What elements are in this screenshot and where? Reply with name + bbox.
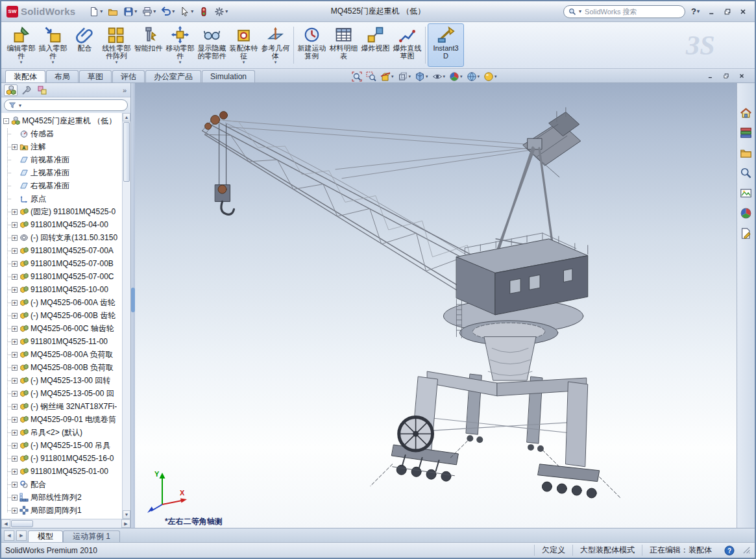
tree-item[interactable]: 原点 — [3, 192, 122, 205]
expand-toggle[interactable]: + — [12, 313, 18, 319]
hide-show-items-button[interactable]: ▾ — [431, 70, 447, 82]
document-restore-button[interactable] — [720, 71, 731, 81]
open-button[interactable] — [106, 4, 120, 19]
select-button[interactable]: ▾ — [178, 4, 195, 19]
expand-toggle[interactable]: + — [12, 417, 18, 423]
tree-root[interactable]: -MQ4525门座起重机 （低） — [3, 114, 122, 127]
tree-item[interactable]: +MQ4525-09-01 电缆卷筒 — [3, 413, 122, 426]
scroll-right-arrow[interactable]: ▶ — [121, 519, 130, 528]
tree-item[interactable]: +MQ4525-08-00A 负荷取 — [3, 348, 122, 361]
filter-dropdown-icon[interactable]: ▾ — [19, 103, 21, 108]
appearances-scenes-button[interactable] — [738, 206, 753, 220]
expand-toggle[interactable]: + — [12, 430, 18, 436]
edit-appearance-button[interactable]: ▾ — [448, 70, 464, 82]
tree-item[interactable]: 上视基准面 — [3, 166, 122, 179]
tab-office-products[interactable]: 办公室产品 — [145, 70, 201, 82]
tree-item[interactable]: +(-) 911801MQ4525-16-0 — [3, 452, 122, 465]
section-view-button[interactable]: ▾ — [379, 70, 395, 82]
instant3d-button[interactable]: Instant3D — [428, 23, 464, 67]
new-document-button[interactable]: ▾ — [87, 4, 104, 19]
expand-toggle[interactable]: + — [12, 261, 18, 267]
expand-toggle[interactable]: + — [12, 352, 18, 358]
tree-item[interactable]: +(-) MQ4525-13-00 回转 — [3, 374, 122, 387]
tree-item[interactable]: +911801MQ4525-10-00 — [3, 283, 122, 296]
explode-line-sketch-button[interactable]: 爆炸直线草图 — [391, 23, 423, 67]
tree-item[interactable]: +911801MQ4525-01-00 — [3, 465, 122, 478]
scroll-thumb[interactable] — [123, 122, 130, 182]
zoom-to-area-button[interactable] — [365, 70, 378, 82]
linear-component-pattern-button[interactable]: 线性零部件阵列▾ — [101, 23, 132, 67]
expand-toggle[interactable]: + — [12, 339, 18, 345]
tree-item[interactable]: 传感器 — [3, 127, 122, 140]
document-close-button[interactable] — [736, 71, 747, 81]
expand-toggle[interactable]: + — [12, 365, 18, 371]
reference-geometry-button[interactable]: 参考几何体▾ — [260, 23, 291, 67]
view-orientation-button[interactable]: ▾ — [396, 70, 413, 82]
show-hidden-components-button[interactable]: 显示隐藏的零部件 — [196, 23, 228, 67]
zoom-to-fit-button[interactable] — [350, 70, 363, 82]
scroll-left-arrow[interactable]: ◀ — [1, 519, 10, 528]
expand-toggle[interactable]: + — [12, 443, 18, 449]
maximize-button[interactable] — [721, 6, 734, 18]
save-button[interactable]: ▾ — [121, 4, 139, 19]
expand-toggle[interactable]: + — [12, 508, 18, 514]
expand-toggle[interactable]: + — [12, 469, 18, 475]
expand-toggle[interactable]: + — [12, 378, 18, 384]
exploded-view-button[interactable]: 爆炸视图 — [360, 23, 391, 67]
tree-item[interactable]: +局部线性阵列2 — [3, 491, 122, 504]
bill-of-materials-button[interactable]: 材料明细表 — [328, 23, 360, 67]
minimize-button[interactable] — [705, 6, 718, 18]
panel-flyout-button[interactable]: » — [123, 86, 128, 94]
graphics-viewport[interactable]: Y X *左右二等角轴测 — [135, 83, 737, 528]
scroll-thumb[interactable] — [11, 520, 33, 527]
tab-scroll-right-button[interactable]: ▶ — [16, 530, 27, 541]
tab-evaluate[interactable]: 评估 — [112, 70, 145, 82]
view-palette-button[interactable] — [738, 186, 753, 200]
mate-button[interactable]: 配合 — [69, 23, 101, 67]
expand-toggle[interactable]: + — [12, 235, 18, 241]
scroll-down-arrow[interactable]: ▼ — [123, 510, 130, 519]
tree-item[interactable]: +(-) 回转支承(131.50.3150 — [3, 231, 122, 244]
tab-configurationmanager[interactable] — [35, 84, 49, 96]
apply-scene-button[interactable]: ▾ — [465, 70, 482, 82]
expand-toggle[interactable]: + — [12, 300, 18, 306]
smart-fasteners-button[interactable]: 智能扣件 — [132, 23, 164, 67]
tree-item[interactable]: 前视基准面 — [3, 153, 122, 166]
print-button[interactable]: ▾ — [140, 4, 158, 19]
tab-sketch[interactable]: 草图 — [79, 70, 112, 82]
tab-model[interactable]: 模型 — [28, 530, 63, 542]
move-component-button[interactable]: 移动零部件▾ — [164, 23, 196, 67]
tree-item[interactable]: +(-) 钢丝绳 32NAT18X7Fi- — [3, 400, 122, 413]
tab-motion-study-1[interactable]: 运动算例 1 — [63, 530, 120, 542]
expand-toggle[interactable]: + — [12, 209, 18, 215]
scroll-up-arrow[interactable]: ▲ — [123, 113, 130, 121]
display-style-button[interactable]: ▾ — [413, 70, 430, 82]
tree-item[interactable]: +配合 — [3, 478, 122, 491]
search-dropdown-icon[interactable]: ▾ — [579, 8, 581, 14]
document-minimize-button[interactable] — [705, 71, 716, 81]
expand-toggle[interactable]: + — [12, 404, 18, 410]
quick-tips-icon[interactable]: ? — [724, 545, 735, 556]
resize-grip-icon[interactable] — [742, 546, 751, 554]
scroll-track[interactable] — [123, 182, 130, 510]
expand-toggle[interactable]: + — [12, 482, 18, 488]
tree-item[interactable]: +吊具<2> (默认) — [3, 426, 122, 439]
tree-item[interactable]: +MQ4525-06-00C 轴齿轮 — [3, 322, 122, 335]
expand-toggle[interactable]: + — [12, 495, 18, 501]
crane-3d-model[interactable] — [135, 83, 737, 528]
tab-propertymanager[interactable] — [19, 84, 33, 96]
tree-vertical-scrollbar[interactable]: ▲ ▼ — [122, 113, 130, 519]
tree-item[interactable]: +MQ4525-08-00B 负荷取 — [3, 361, 122, 374]
tree-item[interactable]: +911801MQ4525-11-00 — [3, 335, 122, 348]
tree-item[interactable]: +局部圆周阵列1 — [3, 504, 122, 517]
edit-component-button[interactable]: 编辑零部件▾ — [5, 23, 37, 67]
insert-component-button[interactable]: 插入零部件▾ — [37, 23, 69, 67]
tree-item[interactable]: +911801MQ4525-07-00A — [3, 244, 122, 257]
assembly-features-button[interactable]: 装配体特征▾ — [228, 23, 260, 67]
rebuild-button[interactable] — [197, 4, 211, 19]
options-button[interactable]: ▾ — [212, 4, 230, 19]
search-button[interactable] — [738, 166, 753, 180]
expand-toggle[interactable]: + — [12, 248, 18, 254]
help-button[interactable]: ?▾ — [688, 6, 703, 16]
expand-toggle[interactable]: + — [12, 222, 18, 228]
